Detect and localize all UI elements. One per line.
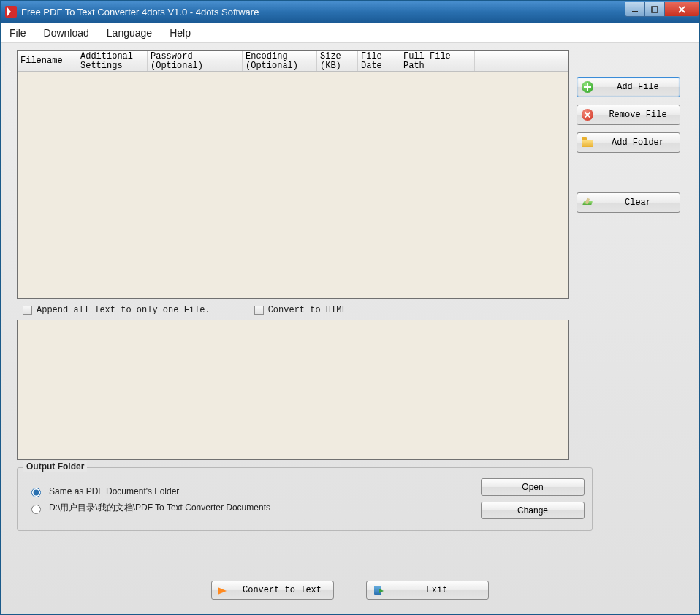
radio-custom-folder[interactable] bbox=[31, 505, 41, 514]
window-title: Free PDF To Text Converter 4dots V1.0 - … bbox=[21, 7, 625, 18]
menu-download[interactable]: Download bbox=[44, 27, 89, 39]
append-all-checkbox[interactable]: Append all Text to only one File. bbox=[23, 305, 210, 315]
menu-help[interactable]: Help bbox=[170, 27, 191, 39]
col-encoding[interactable]: Encoding (Optional) bbox=[243, 51, 317, 71]
menu-file[interactable]: File bbox=[9, 27, 26, 39]
remove-file-label: Remove File bbox=[601, 110, 675, 120]
remove-file-button[interactable]: Remove File bbox=[577, 105, 680, 125]
svg-rect-0 bbox=[632, 11, 638, 12]
svg-rect-1 bbox=[652, 7, 658, 12]
open-label: Open bbox=[522, 482, 543, 492]
clear-icon bbox=[582, 197, 593, 208]
append-all-label: Append all Text to only one File. bbox=[37, 305, 210, 315]
clear-label: Clear bbox=[601, 197, 675, 208]
app-icon bbox=[5, 6, 17, 18]
radio-same-folder[interactable] bbox=[31, 488, 41, 497]
col-spacer bbox=[475, 51, 568, 71]
add-file-label: Add File bbox=[601, 82, 675, 92]
convert-label: Convert to Text bbox=[237, 585, 327, 595]
convert-button[interactable]: Convert to Text bbox=[211, 581, 334, 600]
col-size[interactable]: Size (KB) bbox=[317, 51, 358, 71]
checkbox-icon bbox=[254, 306, 264, 315]
close-button[interactable] bbox=[664, 2, 699, 17]
change-folder-button[interactable]: Change bbox=[481, 502, 585, 519]
title-bar: Free PDF To Text Converter 4dots V1.0 - … bbox=[1, 1, 699, 23]
exit-icon bbox=[373, 584, 384, 596]
convert-html-label: Convert to HTML bbox=[268, 305, 347, 315]
col-filename[interactable]: Filename bbox=[18, 51, 77, 71]
side-button-panel: Add File Remove File Add Folder Clear bbox=[577, 77, 680, 213]
maximize-icon bbox=[651, 6, 658, 13]
add-folder-button[interactable]: Add Folder bbox=[577, 132, 680, 153]
convert-icon bbox=[218, 584, 229, 596]
exit-button[interactable]: Exit bbox=[366, 581, 489, 600]
lower-panel bbox=[17, 320, 569, 460]
grid-header: Filename Additional Settings Password (O… bbox=[18, 51, 568, 72]
col-additional-settings[interactable]: Additional Settings bbox=[77, 51, 148, 71]
convert-html-checkbox[interactable]: Convert to HTML bbox=[254, 305, 347, 315]
plus-icon bbox=[582, 81, 593, 93]
menu-bar: File Download Language Help bbox=[1, 23, 699, 43]
options-row: Append all Text to only one File. Conver… bbox=[23, 305, 347, 315]
minimize-button[interactable] bbox=[625, 2, 645, 17]
output-folder-group: Output Folder Same as PDF Document's Fol… bbox=[17, 467, 593, 531]
remove-icon bbox=[582, 109, 593, 121]
output-folder-legend: Output Folder bbox=[23, 461, 87, 472]
output-buttons: Open Change bbox=[481, 478, 585, 519]
file-grid: Filename Additional Settings Password (O… bbox=[17, 50, 569, 299]
menu-language[interactable]: Language bbox=[107, 27, 152, 39]
client-area: Filename Additional Settings Password (O… bbox=[5, 43, 695, 610]
col-full-path[interactable]: Full File Path bbox=[400, 51, 475, 71]
window-controls bbox=[625, 2, 699, 17]
col-password[interactable]: Password (Optional) bbox=[148, 51, 243, 71]
app-window: Free PDF To Text Converter 4dots V1.0 - … bbox=[0, 0, 700, 615]
change-label: Change bbox=[517, 505, 548, 516]
same-folder-label: Same as PDF Document's Folder bbox=[49, 486, 179, 497]
custom-folder-label: D:\用户目录\我的文档\PDF To Text Converter Docum… bbox=[49, 502, 270, 514]
maximize-button[interactable] bbox=[644, 2, 665, 17]
close-icon bbox=[677, 6, 686, 13]
col-file-date[interactable]: File Date bbox=[358, 51, 400, 71]
clear-button[interactable]: Clear bbox=[577, 192, 680, 213]
add-file-button[interactable]: Add File bbox=[577, 77, 680, 97]
checkbox-icon bbox=[23, 306, 32, 315]
minimize-icon bbox=[631, 6, 639, 13]
folder-icon bbox=[582, 137, 593, 148]
exit-label: Exit bbox=[392, 585, 482, 595]
add-folder-label: Add Folder bbox=[601, 137, 675, 148]
bottom-button-bar: Convert to Text Exit bbox=[5, 581, 695, 600]
open-folder-button[interactable]: Open bbox=[481, 478, 585, 496]
grid-body[interactable] bbox=[18, 72, 568, 298]
